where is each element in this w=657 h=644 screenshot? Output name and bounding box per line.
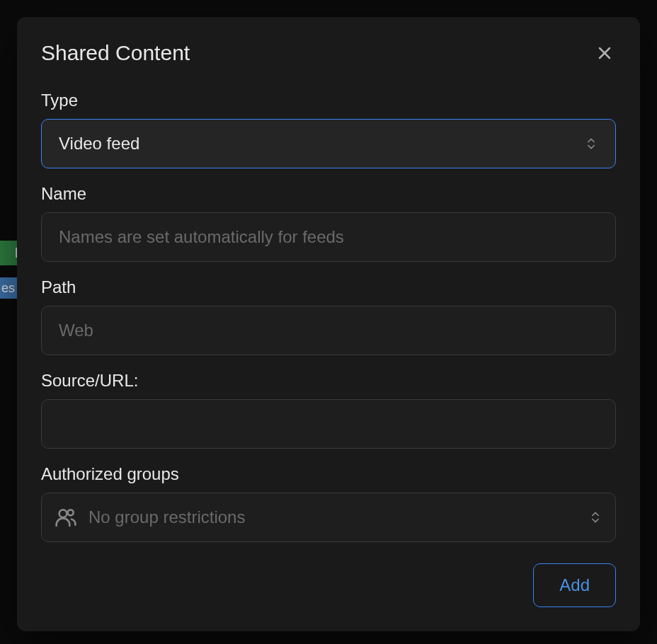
shared-content-modal: Shared Content Type Video feed Name Path xyxy=(17,17,640,631)
groups-select[interactable]: No group restrictions xyxy=(41,493,616,542)
chevron-updown-icon xyxy=(588,510,602,524)
close-button[interactable] xyxy=(593,42,616,64)
add-button[interactable]: Add xyxy=(533,563,616,607)
source-label: Source/URL: xyxy=(41,371,616,391)
source-input[interactable] xyxy=(41,399,616,449)
path-input[interactable] xyxy=(41,306,616,355)
modal-title: Shared Content xyxy=(41,41,190,65)
name-group: Name xyxy=(41,184,616,262)
type-group: Type Video feed xyxy=(41,91,616,168)
groups-group: Authorized groups No group restrictions xyxy=(41,464,616,542)
source-group: Source/URL: xyxy=(41,371,616,449)
path-group: Path xyxy=(41,277,616,355)
name-input[interactable] xyxy=(41,212,616,262)
type-select[interactable]: Video feed xyxy=(41,119,616,168)
groups-label: Authorized groups xyxy=(41,464,616,484)
path-label: Path xyxy=(41,277,616,297)
close-icon xyxy=(596,45,613,62)
svg-point-3 xyxy=(68,510,74,515)
type-select-value: Video feed xyxy=(59,134,139,154)
groups-placeholder: No group restrictions xyxy=(88,507,588,527)
users-icon xyxy=(55,506,77,529)
modal-header: Shared Content xyxy=(41,41,616,65)
svg-point-2 xyxy=(59,510,67,517)
modal-footer: Add xyxy=(41,563,616,607)
chevron-updown-icon xyxy=(584,137,598,151)
type-label: Type xyxy=(41,91,616,110)
name-label: Name xyxy=(41,184,616,204)
